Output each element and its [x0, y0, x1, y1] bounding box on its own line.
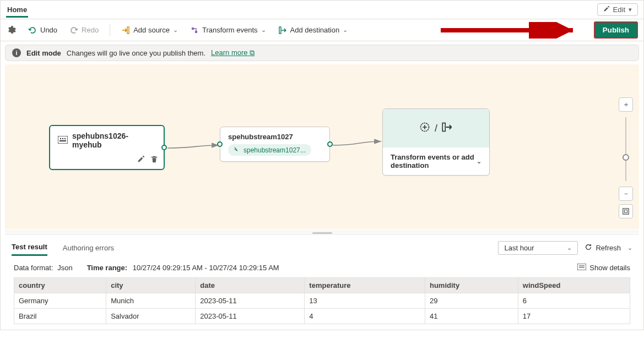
redo-label: Redo [82, 26, 99, 34]
stream-node-title: spehubstream1027 [228, 133, 322, 141]
refresh-icon [585, 243, 592, 253]
pencil-icon[interactable] [137, 155, 145, 165]
chevron-down-icon[interactable]: ⌄ [477, 158, 481, 165]
timerange-dropdown[interactable]: Last hour ⌄ [498, 241, 578, 255]
publish-button[interactable]: Publish [594, 21, 638, 39]
pencil-icon [603, 6, 610, 14]
edit-mode-msg: Changes will go live once you publish th… [67, 49, 205, 57]
timerange-value: Last hour [504, 244, 534, 252]
undo-label: Undo [40, 26, 57, 34]
svg-rect-10 [623, 209, 629, 215]
refresh-label: Refresh [596, 244, 621, 252]
edit-label: Edit [613, 6, 625, 14]
refresh-button[interactable]: Refresh [585, 243, 621, 253]
show-details-label: Show details [589, 264, 630, 272]
chevron-down-icon: ⌄ [567, 244, 572, 251]
svg-rect-11 [624, 210, 627, 212]
col-city[interactable]: city [106, 278, 196, 293]
source-node-title: spehubns1026-myehub [72, 132, 156, 149]
trash-icon[interactable] [150, 155, 158, 165]
tab-home[interactable]: Home [6, 2, 28, 18]
timerange-label: Time range: [87, 264, 127, 272]
svg-rect-9 [442, 123, 445, 131]
stream-icon [234, 146, 240, 154]
learn-more-link[interactable]: Learn more ⧉ [211, 48, 255, 57]
gear-icon [7, 26, 16, 35]
transform-events-button[interactable]: Transform events ⌄ [189, 24, 267, 37]
svg-point-6 [64, 138, 66, 139]
pipeline-canvas[interactable]: spehubns1026-myehub spehubstream1027 spe… [5, 64, 639, 229]
svg-point-4 [60, 138, 61, 139]
placeholder-node[interactable]: / Transform events or add destination ⌄ [382, 108, 490, 176]
edit-mode-banner: i Edit mode Changes will go live once yo… [5, 45, 639, 61]
timerange-display: 10/27/24 09:29:15 AM - 10/27/24 10:29:15… [133, 264, 279, 272]
transform-icon [419, 122, 430, 135]
zoom-out-button[interactable]: － [619, 187, 633, 201]
details-icon [577, 264, 586, 272]
svg-rect-0 [127, 27, 129, 34]
panel-resize-handle[interactable] [5, 231, 639, 235]
chevron-down-icon[interactable]: ⌄ [627, 244, 632, 251]
col-windSpeed[interactable]: windSpeed [518, 278, 630, 293]
zoom-controls: ＋ － [618, 97, 634, 218]
chevron-down-icon: ⌄ [343, 26, 348, 34]
add-destination-button[interactable]: Add destination ⌄ [277, 24, 349, 37]
add-source-label: Add source [133, 26, 170, 34]
transform-label: Transform events [202, 26, 258, 34]
zoom-slider[interactable] [625, 117, 626, 181]
col-humidity[interactable]: humidity [425, 278, 518, 293]
undo-button[interactable]: Undo [27, 24, 58, 37]
node-output-port[interactable] [327, 141, 333, 147]
node-input-port[interactable] [217, 141, 223, 147]
stream-pill[interactable]: spehubstream1027... [228, 144, 311, 156]
tab-authoring-errors[interactable]: Authoring errors [63, 240, 114, 255]
redo-button[interactable]: Redo [68, 24, 100, 37]
destination-out-icon [278, 26, 287, 35]
chevron-down-icon: ⌄ [173, 26, 178, 34]
placeholder-node-text: Transform events or add destination [391, 153, 477, 169]
svg-rect-7 [59, 140, 66, 141]
results-table: countrycitydatetemperaturehumiditywindSp… [14, 277, 630, 324]
dataformat-label: Data format: [14, 264, 53, 272]
add-destination-label: Add destination [290, 26, 340, 34]
svg-rect-12 [577, 264, 586, 270]
col-date[interactable]: date [196, 278, 305, 293]
stream-node[interactable]: spehubstream1027 spehubstream1027... [220, 127, 330, 162]
table-row[interactable]: GermanyMunich2023-05-1113296 [14, 293, 630, 309]
source-node[interactable]: spehubns1026-myehub [49, 125, 165, 170]
add-source-button[interactable]: Add source ⌄ [120, 24, 179, 37]
undo-icon [28, 26, 37, 35]
col-temperature[interactable]: temperature [305, 278, 425, 293]
destination-out-icon [442, 122, 453, 135]
stream-pill-label: spehubstream1027... [243, 146, 306, 154]
annotation-arrow [441, 22, 584, 39]
redo-icon [69, 26, 78, 35]
svg-rect-3 [58, 136, 68, 144]
transform-icon [190, 26, 199, 35]
zoom-handle[interactable] [623, 154, 629, 161]
external-link-icon: ⧉ [250, 48, 255, 57]
col-country[interactable]: country [14, 278, 106, 293]
chevron-down-icon: ⌄ [261, 26, 266, 34]
show-details-button[interactable]: Show details [577, 264, 630, 272]
chevron-down-icon: ▾ [629, 6, 632, 13]
table-row[interactable]: BrazilSalvador2023-05-1144117 [14, 309, 630, 324]
learn-more-label: Learn more [211, 48, 247, 57]
info-icon: i [12, 48, 21, 57]
tab-test-result[interactable]: Test result [12, 239, 47, 256]
zoom-in-button[interactable]: ＋ [619, 97, 633, 112]
fit-to-screen-button[interactable] [619, 204, 633, 218]
edit-mode-title: Edit mode [26, 49, 61, 57]
svg-rect-1 [279, 27, 281, 34]
dataformat-value: Json [57, 264, 72, 272]
slash-text: / [435, 123, 437, 134]
node-output-port[interactable] [161, 145, 167, 150]
source-in-icon [121, 26, 130, 35]
edit-dropdown[interactable]: Edit ▾ [597, 3, 638, 16]
settings-button[interactable] [6, 24, 17, 37]
eventhub-icon [58, 136, 68, 145]
svg-point-5 [62, 138, 63, 139]
